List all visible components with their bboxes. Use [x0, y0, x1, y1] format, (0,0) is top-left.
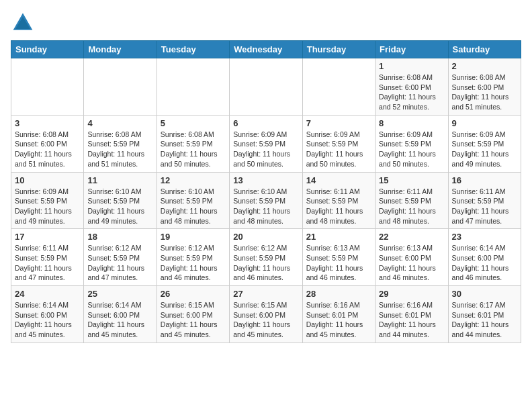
calendar-table: SundayMondayTuesdayWednesdayThursdayFrid…: [11, 40, 521, 343]
calendar-week-row: 1Sunrise: 6:08 AM Sunset: 6:00 PM Daylig…: [11, 58, 521, 116]
day-number: 27: [233, 289, 298, 299]
day-info: Sunrise: 6:10 AM Sunset: 5:59 PM Dayligh…: [161, 187, 226, 226]
calendar-cell: 7Sunrise: 6:09 AM Sunset: 5:59 PM Daylig…: [302, 115, 375, 172]
day-info: Sunrise: 6:11 AM Sunset: 5:59 PM Dayligh…: [379, 187, 444, 226]
calendar-cell: 10Sunrise: 6:09 AM Sunset: 5:59 PM Dayli…: [11, 172, 84, 229]
calendar-cell: 16Sunrise: 6:11 AM Sunset: 5:59 PM Dayli…: [448, 172, 521, 229]
day-number: 24: [15, 289, 80, 299]
day-number: 18: [87, 232, 152, 242]
calendar-cell: 21Sunrise: 6:13 AM Sunset: 5:59 PM Dayli…: [302, 229, 375, 286]
calendar-week-row: 17Sunrise: 6:11 AM Sunset: 5:59 PM Dayli…: [11, 229, 521, 286]
weekday-header-sunday: Sunday: [11, 41, 84, 58]
calendar-cell: 30Sunrise: 6:17 AM Sunset: 6:01 PM Dayli…: [448, 286, 521, 343]
calendar-cell: [11, 58, 84, 116]
page-header: [11, 11, 521, 35]
calendar-week-row: 10Sunrise: 6:09 AM Sunset: 5:59 PM Dayli…: [11, 172, 521, 229]
day-info: Sunrise: 6:16 AM Sunset: 6:01 PM Dayligh…: [379, 300, 444, 340]
calendar-cell: 20Sunrise: 6:12 AM Sunset: 5:59 PM Dayli…: [230, 229, 302, 286]
calendar-body: 1Sunrise: 6:08 AM Sunset: 6:00 PM Daylig…: [11, 58, 521, 343]
weekday-header-saturday: Saturday: [448, 41, 521, 58]
calendar-cell: 18Sunrise: 6:12 AM Sunset: 5:59 PM Dayli…: [84, 229, 157, 286]
calendar-cell: 15Sunrise: 6:11 AM Sunset: 5:59 PM Dayli…: [375, 172, 448, 229]
day-info: Sunrise: 6:14 AM Sunset: 6:00 PM Dayligh…: [87, 300, 152, 340]
day-number: 7: [306, 118, 371, 128]
day-number: 10: [15, 175, 80, 185]
calendar-cell: 5Sunrise: 6:08 AM Sunset: 5:59 PM Daylig…: [157, 115, 229, 172]
day-info: Sunrise: 6:14 AM Sunset: 6:00 PM Dayligh…: [15, 300, 80, 340]
calendar-header: SundayMondayTuesdayWednesdayThursdayFrid…: [11, 41, 521, 58]
weekday-header-friday: Friday: [375, 41, 448, 58]
day-number: 1: [379, 61, 444, 71]
day-info: Sunrise: 6:15 AM Sunset: 6:00 PM Dayligh…: [233, 300, 298, 340]
calendar-cell: 13Sunrise: 6:10 AM Sunset: 5:59 PM Dayli…: [230, 172, 302, 229]
day-number: 19: [161, 232, 226, 242]
day-info: Sunrise: 6:12 AM Sunset: 5:59 PM Dayligh…: [87, 243, 152, 283]
day-info: Sunrise: 6:13 AM Sunset: 5:59 PM Dayligh…: [306, 243, 371, 283]
day-number: 23: [452, 232, 517, 242]
calendar-cell: 25Sunrise: 6:14 AM Sunset: 6:00 PM Dayli…: [84, 286, 157, 343]
weekday-header-thursday: Thursday: [302, 41, 375, 58]
calendar-cell: 12Sunrise: 6:10 AM Sunset: 5:59 PM Dayli…: [157, 172, 229, 229]
weekday-header-monday: Monday: [84, 41, 157, 58]
day-info: Sunrise: 6:08 AM Sunset: 5:59 PM Dayligh…: [161, 130, 226, 169]
day-number: 15: [379, 175, 444, 185]
calendar-cell: 28Sunrise: 6:16 AM Sunset: 6:01 PM Dayli…: [302, 286, 375, 343]
day-info: Sunrise: 6:09 AM Sunset: 5:59 PM Dayligh…: [452, 130, 517, 169]
calendar-cell: 29Sunrise: 6:16 AM Sunset: 6:01 PM Dayli…: [375, 286, 448, 343]
calendar-cell: 26Sunrise: 6:15 AM Sunset: 6:00 PM Dayli…: [157, 286, 229, 343]
day-number: 14: [306, 175, 371, 185]
calendar-cell: 27Sunrise: 6:15 AM Sunset: 6:00 PM Dayli…: [230, 286, 302, 343]
calendar-cell: 14Sunrise: 6:11 AM Sunset: 5:59 PM Dayli…: [302, 172, 375, 229]
day-info: Sunrise: 6:09 AM Sunset: 5:59 PM Dayligh…: [15, 187, 80, 226]
day-info: Sunrise: 6:09 AM Sunset: 5:59 PM Dayligh…: [379, 130, 444, 169]
day-info: Sunrise: 6:15 AM Sunset: 6:00 PM Dayligh…: [161, 300, 226, 340]
calendar-cell: 8Sunrise: 6:09 AM Sunset: 5:59 PM Daylig…: [375, 115, 448, 172]
day-info: Sunrise: 6:11 AM Sunset: 5:59 PM Dayligh…: [306, 187, 371, 226]
calendar-cell: [302, 58, 375, 116]
day-number: 16: [452, 175, 517, 185]
day-info: Sunrise: 6:17 AM Sunset: 6:01 PM Dayligh…: [452, 300, 517, 340]
day-info: Sunrise: 6:12 AM Sunset: 5:59 PM Dayligh…: [161, 243, 226, 283]
day-number: 8: [379, 118, 444, 128]
day-info: Sunrise: 6:09 AM Sunset: 5:59 PM Dayligh…: [233, 130, 298, 169]
day-number: 21: [306, 232, 371, 242]
calendar-week-row: 24Sunrise: 6:14 AM Sunset: 6:00 PM Dayli…: [11, 286, 521, 343]
calendar-week-row: 3Sunrise: 6:08 AM Sunset: 6:00 PM Daylig…: [11, 115, 521, 172]
day-info: Sunrise: 6:14 AM Sunset: 6:00 PM Dayligh…: [452, 243, 517, 283]
logo: [11, 11, 38, 35]
day-number: 5: [161, 118, 226, 128]
day-number: 20: [233, 232, 298, 242]
calendar-cell: [157, 58, 229, 116]
day-number: 9: [452, 118, 517, 128]
calendar-cell: 23Sunrise: 6:14 AM Sunset: 6:00 PM Dayli…: [448, 229, 521, 286]
calendar-cell: 19Sunrise: 6:12 AM Sunset: 5:59 PM Dayli…: [157, 229, 229, 286]
day-info: Sunrise: 6:13 AM Sunset: 6:00 PM Dayligh…: [379, 243, 444, 283]
logo-icon: [11, 11, 35, 35]
weekday-header-wednesday: Wednesday: [230, 41, 302, 58]
day-number: 22: [379, 232, 444, 242]
calendar-cell: [230, 58, 302, 116]
day-info: Sunrise: 6:10 AM Sunset: 5:59 PM Dayligh…: [87, 187, 152, 226]
day-number: 28: [306, 289, 371, 299]
day-info: Sunrise: 6:08 AM Sunset: 6:00 PM Dayligh…: [379, 73, 444, 112]
calendar-cell: [84, 58, 157, 116]
day-number: 11: [87, 175, 152, 185]
day-info: Sunrise: 6:16 AM Sunset: 6:01 PM Dayligh…: [306, 300, 371, 340]
calendar-cell: 3Sunrise: 6:08 AM Sunset: 6:00 PM Daylig…: [11, 115, 84, 172]
calendar-cell: 6Sunrise: 6:09 AM Sunset: 5:59 PM Daylig…: [230, 115, 302, 172]
day-number: 25: [87, 289, 152, 299]
day-number: 30: [452, 289, 517, 299]
day-info: Sunrise: 6:08 AM Sunset: 6:00 PM Dayligh…: [15, 130, 80, 169]
weekday-header-row: SundayMondayTuesdayWednesdayThursdayFrid…: [11, 41, 521, 58]
day-info: Sunrise: 6:11 AM Sunset: 5:59 PM Dayligh…: [452, 187, 517, 226]
day-info: Sunrise: 6:11 AM Sunset: 5:59 PM Dayligh…: [15, 243, 80, 283]
day-number: 3: [15, 118, 80, 128]
calendar-cell: 11Sunrise: 6:10 AM Sunset: 5:59 PM Dayli…: [84, 172, 157, 229]
day-info: Sunrise: 6:10 AM Sunset: 5:59 PM Dayligh…: [233, 187, 298, 226]
day-info: Sunrise: 6:09 AM Sunset: 5:59 PM Dayligh…: [306, 130, 371, 169]
calendar-cell: 17Sunrise: 6:11 AM Sunset: 5:59 PM Dayli…: [11, 229, 84, 286]
day-number: 4: [87, 118, 152, 128]
day-info: Sunrise: 6:12 AM Sunset: 5:59 PM Dayligh…: [233, 243, 298, 283]
day-number: 26: [161, 289, 226, 299]
day-number: 17: [15, 232, 80, 242]
